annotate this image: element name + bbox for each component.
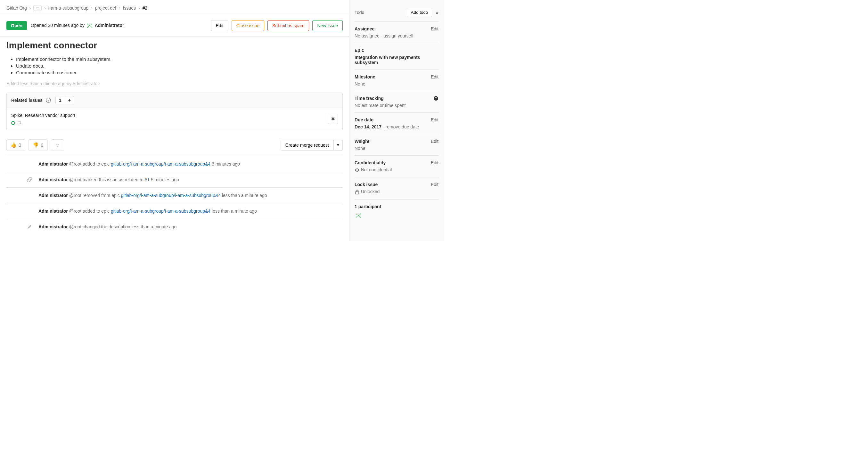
author-name[interactable]: Administrator: [95, 23, 124, 28]
activity-link[interactable]: gitlab-org/i-am-a-subgroup/i-am-a-subsub…: [111, 161, 211, 166]
breadcrumb-issue-ref: #2: [143, 5, 148, 10]
due-date-label: Due date: [354, 117, 373, 122]
thumbs-down-button[interactable]: 👎0: [29, 139, 48, 151]
edit-button[interactable]: Edit: [211, 20, 228, 31]
activity-author[interactable]: Administrator: [38, 224, 68, 229]
chevron-right-icon: ›: [29, 5, 31, 10]
confidentiality-value: Not confidential: [361, 167, 392, 172]
assignee-edit[interactable]: Edit: [431, 26, 438, 31]
remove-related-button[interactable]: ✖: [328, 114, 338, 124]
activity-item: Administrator @root added to epic gitlab…: [6, 156, 343, 172]
assign-yourself-link[interactable]: assign yourself: [383, 33, 413, 38]
desc-bullet: Implement connector to the main subsyste…: [16, 56, 343, 62]
related-item[interactable]: Spike: Research vendor support #1: [11, 112, 75, 126]
new-issue-button[interactable]: New issue: [312, 20, 343, 31]
remove-due-date-link[interactable]: - remove due date: [381, 124, 419, 129]
activity-item: Administrator @root marked this issue as…: [6, 172, 343, 188]
main-content: Gitlab Org › ··· › i-am-a-subsubgroup › …: [0, 0, 349, 241]
weight-value: None: [354, 146, 438, 151]
related-item-ref: #1: [16, 120, 22, 125]
chevron-right-icon: ›: [91, 5, 93, 10]
related-issues-title: Related issues: [11, 98, 42, 103]
assignee-label: Assignee: [354, 26, 374, 31]
add-related-button[interactable]: +: [65, 96, 74, 104]
epic-value[interactable]: Integration with new payments subsystem: [354, 55, 438, 65]
sidebar: Todo Add todo » Assignee Edit No assigne…: [349, 0, 444, 241]
open-status-icon: [11, 121, 15, 125]
activity-author[interactable]: Administrator: [38, 193, 68, 198]
lock-label: Lock issue: [354, 182, 378, 187]
header-actions: Edit Close issue Submit as spam New issu…: [211, 20, 343, 31]
related-count: 1: [55, 96, 65, 104]
time-tracking-label: Time tracking: [354, 96, 384, 101]
breadcrumb-ellipsis[interactable]: ···: [33, 5, 42, 11]
activity-link[interactable]: gitlab-org/i-am-a-subgroup/i-am-a-subsub…: [111, 209, 211, 214]
chevron-right-icon: ›: [138, 5, 140, 10]
weight-edit[interactable]: Edit: [431, 139, 438, 144]
mr-dropdown-caret[interactable]: ▾: [334, 139, 343, 151]
issue-description: Implement connector to the main subsyste…: [6, 56, 343, 75]
help-icon[interactable]: ?: [433, 96, 438, 101]
edited-note: Edited less than a minute ago by Adminis…: [6, 81, 343, 86]
submit-spam-button[interactable]: Submit as spam: [268, 20, 309, 31]
issue-header: Open Opened 20 minutes ago by Administra…: [6, 15, 343, 36]
due-date-edit[interactable]: Edit: [431, 117, 438, 122]
activity-author[interactable]: Administrator: [38, 161, 68, 166]
desc-bullet: Communicate with customer.: [16, 70, 343, 75]
milestone-edit[interactable]: Edit: [431, 74, 438, 80]
svg-text:?: ?: [48, 99, 49, 102]
help-icon[interactable]: ?: [46, 98, 51, 103]
breadcrumb-org[interactable]: Gitlab Org: [6, 5, 27, 10]
avatar: [86, 22, 94, 29]
activity-item: Administrator @root changed the descript…: [6, 219, 343, 234]
breadcrumb-issues[interactable]: Issues: [123, 5, 136, 10]
close-issue-button[interactable]: Close issue: [231, 20, 264, 31]
confidentiality-edit[interactable]: Edit: [431, 160, 438, 165]
thumbs-down-icon: 👎: [33, 142, 39, 148]
thumbs-up-button[interactable]: 👍0: [6, 139, 25, 151]
breadcrumb-project[interactable]: project-def: [95, 5, 116, 10]
epic-label: Epic: [354, 48, 364, 53]
link-icon: [27, 177, 32, 182]
reactions-row: 👍0 👎0 ☺ Create merge request ▾: [6, 139, 343, 156]
divider: [0, 36, 349, 36]
lock-value: Unlocked: [361, 189, 379, 194]
breadcrumb-subsubgroup[interactable]: i-am-a-subsubgroup: [49, 5, 88, 10]
participants-label: 1 participant: [354, 204, 438, 209]
activity-author[interactable]: Administrator: [38, 177, 68, 182]
todo-label: Todo: [354, 10, 364, 15]
milestone-value: None: [354, 81, 438, 87]
confidentiality-label: Confidentiality: [354, 160, 385, 165]
related-item-title: Spike: Research vendor support: [11, 112, 75, 119]
pencil-icon: [27, 224, 32, 229]
issue-title: Implement connector: [6, 40, 343, 51]
activity-item: Administrator @root removed from epic gi…: [6, 188, 343, 203]
lock-edit[interactable]: Edit: [431, 182, 438, 187]
smiley-icon: ☺: [55, 142, 60, 148]
thumbs-up-icon: 👍: [10, 142, 17, 148]
unlock-icon: [354, 190, 360, 195]
related-issues-box: Related issues ? 1 + Spike: Research ven…: [6, 93, 343, 130]
svg-text:?: ?: [435, 97, 437, 100]
desc-bullet: Update docs.: [16, 63, 343, 68]
eye-icon: [354, 167, 360, 172]
add-reaction-button[interactable]: ☺: [51, 139, 64, 151]
activity-link[interactable]: #1: [145, 177, 150, 182]
chevron-right-icon: ›: [44, 5, 46, 10]
add-todo-button[interactable]: Add todo: [407, 8, 432, 17]
status-badge: Open: [6, 21, 27, 30]
time-tracking-value: No estimate or time spent: [354, 103, 438, 108]
participant-avatar[interactable]: [354, 212, 438, 220]
milestone-label: Milestone: [354, 74, 375, 80]
create-merge-request-button[interactable]: Create merge request: [281, 139, 334, 151]
breadcrumb: Gitlab Org › ··· › i-am-a-subsubgroup › …: [6, 3, 343, 15]
caret-down-icon: ▾: [337, 143, 339, 147]
activity-list: Administrator @root added to epic gitlab…: [6, 156, 343, 234]
activity-author[interactable]: Administrator: [38, 209, 68, 214]
activity-item: Administrator @root added to epic gitlab…: [6, 203, 343, 219]
activity-link[interactable]: gitlab-org/i-am-a-subgroup/i-am-a-subsub…: [121, 193, 221, 198]
weight-label: Weight: [354, 139, 369, 144]
collapse-sidebar-icon[interactable]: »: [436, 10, 438, 15]
chevron-right-icon: ›: [119, 5, 120, 10]
due-date-value: Dec 14, 2017: [354, 124, 381, 129]
